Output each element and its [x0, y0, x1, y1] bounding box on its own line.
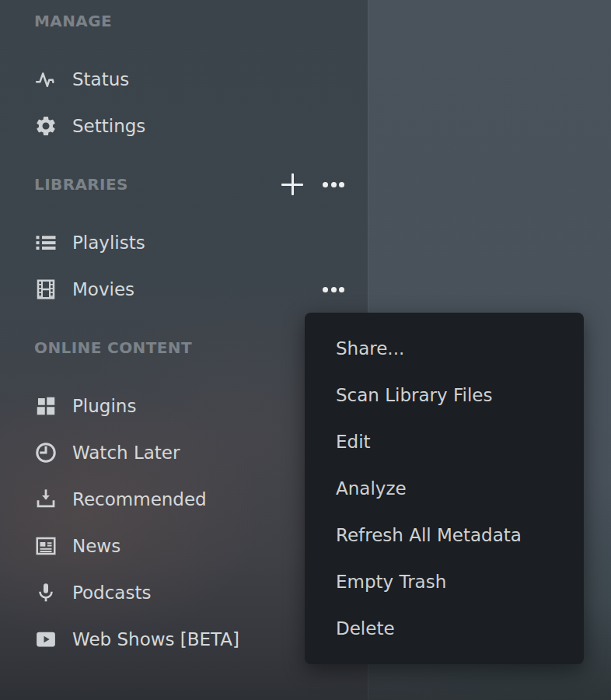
section-title: LIBRARIES: [34, 175, 281, 194]
playlist-icon: [34, 231, 58, 254]
section-header-manage: MANAGE: [0, 9, 368, 33]
newspaper-icon: [34, 534, 58, 558]
sidebar-item-label: Status: [72, 69, 344, 89]
microphone-icon: [34, 581, 58, 604]
sidebar-item-label: Plugins: [72, 396, 344, 416]
add-library-button plus-icon[interactable]: [281, 173, 304, 196]
sidebar-item-label: News: [72, 536, 344, 556]
sidebar-item-label: Podcasts: [72, 583, 344, 603]
gear-icon: [34, 114, 58, 138]
video-play-icon: [34, 628, 58, 651]
section-title: MANAGE: [34, 12, 344, 30]
sidebar-item-label: Watch Later: [72, 443, 344, 463]
sidebar-item-movies[interactable]: Movies: [0, 266, 368, 313]
menu-item-delete[interactable]: Delete: [305, 605, 584, 652]
menu-item-analyze[interactable]: Analyze: [305, 465, 584, 512]
plugins-grid-icon: [34, 394, 58, 418]
section-title: ONLINE CONTENT: [34, 338, 344, 357]
activity-icon: [34, 68, 58, 91]
sidebar-item-label: Web Shows [BETA]: [72, 629, 344, 649]
film-icon: [34, 278, 58, 301]
sidebar-item-label: Movies: [72, 279, 323, 299]
sidebar-item-label: Recommended: [72, 489, 344, 509]
sidebar-item-settings[interactable]: Settings: [0, 103, 368, 149]
sidebar-item-status[interactable]: Status: [0, 56, 368, 103]
libraries-more-button more-horizontal-icon[interactable]: [323, 173, 344, 196]
menu-item-refresh-all-metadata[interactable]: Refresh All Metadata: [305, 512, 584, 558]
menu-item-share[interactable]: Share...: [305, 325, 584, 372]
menu-item-empty-trash[interactable]: Empty Trash: [305, 558, 584, 605]
clock-icon: [34, 441, 58, 464]
movies-more-button more-horizontal-icon[interactable]: [323, 278, 344, 301]
sidebar-item-label: Playlists: [72, 233, 344, 253]
menu-item-edit[interactable]: Edit: [305, 418, 584, 465]
download-icon: [34, 488, 58, 511]
movies-context-menu: Share... Scan Library Files Edit Analyze…: [305, 313, 584, 664]
section-header-libraries: LIBRARIES: [0, 173, 368, 196]
sidebar-item-label: Settings: [72, 116, 344, 136]
sidebar-item-playlists[interactable]: Playlists: [0, 219, 368, 266]
menu-item-scan-library-files[interactable]: Scan Library Files: [305, 372, 584, 418]
